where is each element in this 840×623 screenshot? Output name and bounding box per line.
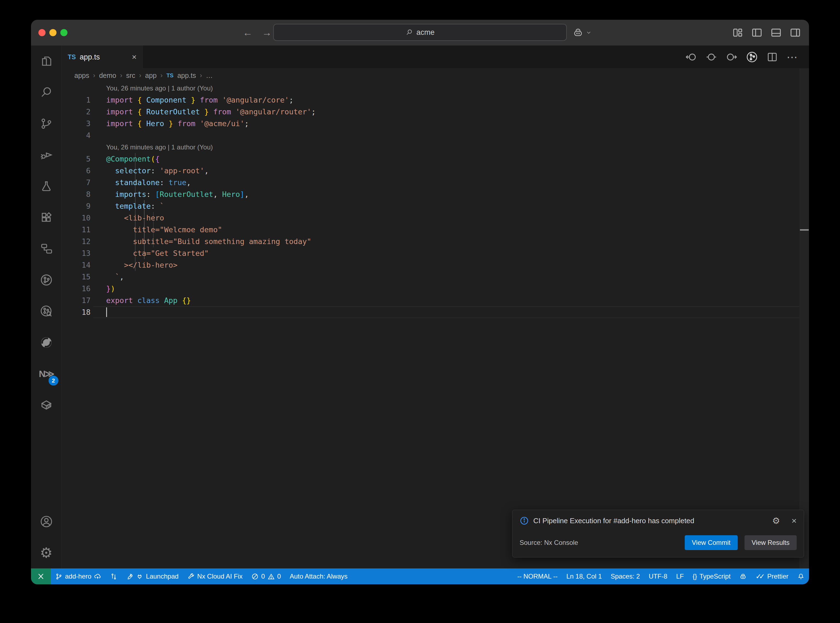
sidebar-item-graph-inspect[interactable] <box>31 296 62 327</box>
traffic-minimize-button[interactable] <box>49 29 57 36</box>
status-prettier[interactable]: ✓✓ Prettier <box>751 568 793 584</box>
sidebar-item-explorer[interactable] <box>31 46 62 77</box>
circle-branch-search-icon <box>40 305 53 318</box>
settings-button[interactable]: ⚙ <box>31 537 62 568</box>
status-indentation[interactable]: Spaces: 2 <box>606 568 644 584</box>
notification-close-icon[interactable]: × <box>791 516 797 526</box>
notification-settings-icon[interactable]: ⚙ <box>772 516 780 526</box>
vim-mode-label: -- NORMAL -- <box>517 572 557 580</box>
sidebar-item-extensions[interactable] <box>31 202 62 233</box>
toggle-primary-sidebar-icon[interactable] <box>751 27 763 39</box>
status-branch[interactable]: add-hero <box>51 568 106 584</box>
git-branch-icon <box>55 573 63 580</box>
code-line[interactable]: 5@Component({ <box>62 153 809 165</box>
code-line[interactable]: 9 template: ` <box>62 200 809 212</box>
traffic-zoom-button[interactable] <box>60 29 68 36</box>
sidebar-item-swirl-extension[interactable] <box>31 327 62 358</box>
toggle-secondary-sidebar-icon[interactable] <box>789 27 801 39</box>
open-changes-icon[interactable] <box>705 51 717 63</box>
status-launchpad[interactable]: Launchpad <box>122 568 183 584</box>
line-number: 11 <box>62 224 91 236</box>
toggle-panel-icon[interactable] <box>770 27 782 39</box>
code-line[interactable]: 4 <box>62 129 809 141</box>
git-blame-annotation[interactable]: You, 26 minutes ago | 1 author (You) <box>62 141 809 153</box>
status-copilot[interactable] <box>735 568 751 584</box>
code-line[interactable]: 8 imports: [RouterOutlet, Hero], <box>62 189 809 200</box>
sidebar-item-container[interactable] <box>31 389 62 420</box>
sidebar-item-nx-console[interactable]: N≫ 2 <box>31 358 62 389</box>
code-text: subtitle="Build something amazing today" <box>91 236 311 247</box>
sidebar-item-testing[interactable] <box>31 170 62 202</box>
nx-badge: 2 <box>49 376 58 385</box>
layout-controls <box>732 20 801 46</box>
breadcrumb-item[interactable]: demo <box>99 72 116 80</box>
code-line[interactable]: 15 `, <box>62 271 809 283</box>
breadcrumb-item[interactable]: app <box>145 72 157 80</box>
next-change-icon[interactable] <box>726 51 738 63</box>
code-line[interactable]: 14 ></lib-hero> <box>62 259 809 271</box>
previous-change-icon[interactable] <box>685 51 697 63</box>
code-text: export class App {} <box>91 295 191 306</box>
org-chart-icon <box>40 242 53 255</box>
line-number: 18 <box>62 306 91 318</box>
navigate-back-button[interactable]: ← <box>243 26 253 40</box>
status-nx-cloud-fix[interactable]: Nx Cloud AI Fix <box>183 568 247 584</box>
code-line[interactable]: 1import { Component } from '@angular/cor… <box>62 94 809 106</box>
breadcrumb-item[interactable]: src <box>126 72 135 80</box>
account-button[interactable] <box>31 506 62 537</box>
view-commit-button[interactable]: View Commit <box>685 535 738 550</box>
code-line[interactable]: 2import { RouterOutlet } from '@angular/… <box>62 106 809 118</box>
traffic-close-button[interactable] <box>38 29 46 36</box>
tab-app-ts[interactable]: TS app.ts × <box>62 46 143 69</box>
compare-changes-icon <box>110 573 117 580</box>
code-line[interactable]: 10 <lib-hero <box>62 212 809 224</box>
code-line[interactable]: 12 subtitle="Build something amazing tod… <box>62 236 809 247</box>
sidebar-item-source-control[interactable] <box>31 108 62 139</box>
sidebar-item-hierarchy[interactable] <box>31 233 62 264</box>
status-encoding[interactable]: UTF-8 <box>644 568 672 584</box>
status-cursor-position[interactable]: Ln 18, Col 1 <box>562 568 606 584</box>
tab-close-icon[interactable]: × <box>132 52 137 62</box>
breadcrumb-item[interactable]: apps <box>74 72 89 80</box>
more-actions-icon[interactable]: ⋯ <box>786 51 798 63</box>
code-editor[interactable]: You, 26 minutes ago | 1 author (You)1imp… <box>62 82 809 568</box>
status-notifications[interactable] <box>793 568 809 584</box>
copilot-menu[interactable] <box>573 20 592 46</box>
sidebar-item-search[interactable] <box>31 77 62 108</box>
status-auto-attach[interactable]: Auto Attach: Always <box>285 568 352 584</box>
code-line[interactable]: 17export class App {} <box>62 295 809 306</box>
git-blame-annotation[interactable]: You, 26 minutes ago | 1 author (You) <box>62 82 809 94</box>
sidebar-item-project-graph[interactable] <box>31 264 62 296</box>
navigate-forward-button[interactable]: → <box>262 26 272 40</box>
remote-indicator[interactable] <box>31 568 51 584</box>
code-text: imports: [RouterOutlet, Hero], <box>91 189 249 200</box>
split-editor-icon[interactable] <box>766 51 778 63</box>
beaker-icon <box>40 180 53 193</box>
status-problems[interactable]: 0 0 <box>247 568 285 584</box>
line-number: 12 <box>62 236 91 247</box>
typescript-file-icon: TS <box>68 54 76 61</box>
command-center-search[interactable]: acme <box>273 24 567 41</box>
code-line[interactable]: 13 cta="Get Started" <box>62 247 809 259</box>
code-line[interactable]: 16}) <box>62 283 809 295</box>
code-line[interactable]: 11 title="Welcmoe demo" <box>62 224 809 236</box>
sidebar-item-run-debug[interactable] <box>31 139 62 170</box>
status-compare[interactable] <box>106 568 122 584</box>
scrollbar-track[interactable] <box>800 69 809 568</box>
code-line[interactable]: 3import { Hero } from '@acme/ui'; <box>62 118 809 129</box>
tab-label: app.ts <box>80 53 100 61</box>
breadcrumb-item[interactable]: app.ts <box>177 72 196 80</box>
line-number: 13 <box>62 247 91 259</box>
view-results-button[interactable]: View Results <box>745 535 797 550</box>
code-line[interactable]: 6 selector: 'app-root', <box>62 165 809 176</box>
breadcrumb-item[interactable]: … <box>206 72 213 80</box>
status-vim-mode[interactable]: -- NORMAL -- <box>513 568 562 584</box>
overview-ruler-mark <box>800 229 809 231</box>
status-eol[interactable]: LF <box>672 568 688 584</box>
code-line[interactable]: 7 standalone: true, <box>62 176 809 189</box>
code-line[interactable]: 18 <box>62 306 809 318</box>
warning-count: 0 <box>277 572 281 580</box>
customize-layout-icon[interactable] <box>732 27 744 39</box>
project-graph-icon[interactable] <box>746 51 758 63</box>
status-language[interactable]: {} TypeScript <box>688 568 735 584</box>
